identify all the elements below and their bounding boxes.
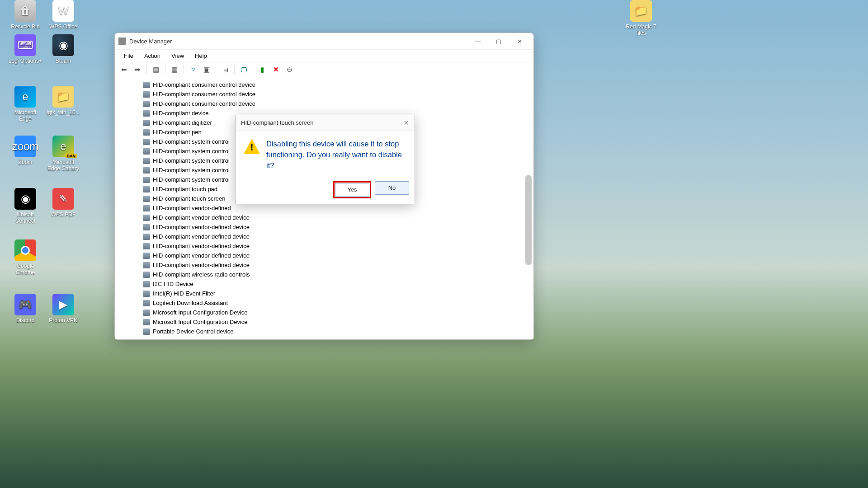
device-label: HID-compliant system control xyxy=(153,138,230,145)
disable-device-button[interactable]: ✕ xyxy=(269,64,282,75)
maximize-button[interactable]: ▢ xyxy=(488,34,509,48)
device-item[interactable]: HID-compliant vendor-defined device xyxy=(143,251,533,260)
device-item[interactable]: HID-compliant vendor-defined device xyxy=(143,222,533,232)
device-label: HID-compliant wireless radio controls xyxy=(153,271,250,278)
desktop-icon-igfx-folder[interactable]: 📁igfx_win_10... xyxy=(45,86,81,116)
device-icon xyxy=(143,120,150,126)
device-label: Microsoft Input Configuration Device xyxy=(153,309,248,316)
device-icon xyxy=(143,300,150,306)
toolbar-separator xyxy=(234,65,235,74)
device-item[interactable]: HID-compliant consumer control device xyxy=(143,99,533,108)
forward-button[interactable]: ➡ xyxy=(131,64,144,75)
logi-options-icon: ⌨ xyxy=(14,34,36,56)
desktop-icon-label: Microsoft Edge xyxy=(7,109,43,122)
yes-button-highlight: Yes xyxy=(333,181,371,198)
window-title: Device Manager xyxy=(129,38,172,45)
folder-icon: 📁 xyxy=(630,0,652,22)
desktop-icon-google-chrome[interactable]: Google Chrome xyxy=(7,239,43,276)
minimize-button[interactable]: ― xyxy=(467,34,488,48)
device-item[interactable]: Logitech Download Assistant xyxy=(143,298,533,308)
device-label: HID-compliant touch pad xyxy=(153,186,217,192)
device-label: HID-compliant digitizer xyxy=(153,119,212,126)
desktop-icon-red-magic-files[interactable]: 📁Red Magic 7 files xyxy=(623,0,659,36)
desktop-icon-edge-canary[interactable]: eMicrosoft Edge Canary xyxy=(45,136,81,172)
dialog-buttons: Yes No xyxy=(236,181,415,204)
device-label: HID-compliant vendor-defined device xyxy=(153,243,250,249)
uninstall-device-button[interactable]: ⊝ xyxy=(283,64,296,75)
device-icon xyxy=(143,139,150,145)
device-icon xyxy=(143,281,150,287)
device-label: Portable Device Control device xyxy=(153,328,233,335)
device-item[interactable]: Microsoft Input Configuration Device xyxy=(143,317,533,327)
device-item[interactable]: I2C HID Device xyxy=(143,279,533,289)
desktop-icon-label: Microsoft Edge Canary xyxy=(45,159,81,172)
device-icon xyxy=(143,110,150,117)
device-item[interactable]: HID-compliant consumer control device xyxy=(143,80,533,89)
dialog-titlebar[interactable]: HID-compliant touch screen ✕ xyxy=(236,115,415,131)
device-icon xyxy=(143,129,150,136)
desktop-icon-recycle-bin[interactable]: 🗑Recycle Bin xyxy=(7,0,43,30)
desktop-icon-wps-office[interactable]: WWPS Office xyxy=(45,0,81,30)
desktop-icon-steam[interactable]: ◉Steam xyxy=(45,34,81,64)
desktop-icon-logi-options[interactable]: ⌨Logi Options+ xyxy=(7,34,43,64)
device-label: HID-compliant vendor-defined device xyxy=(153,233,250,240)
ubisoft-icon: ◉ xyxy=(14,188,36,210)
scan-hardware-button[interactable]: 🖵 xyxy=(237,64,250,75)
device-item[interactable]: Intel(R) HID Event Filter xyxy=(143,289,533,298)
device-item[interactable]: Portable Device Control device xyxy=(143,327,533,336)
enable-device-button[interactable]: ▮ xyxy=(256,64,269,75)
desktop-icon-label: Recycle Bin xyxy=(7,23,43,30)
desktop-icon-discord[interactable]: 🎮Discord xyxy=(7,294,43,324)
device-item[interactable]: Microsoft Input Configuration Device xyxy=(143,308,533,317)
device-icon xyxy=(143,253,150,259)
wps-office-icon: W xyxy=(52,0,74,22)
device-item[interactable]: HID-compliant vendor-defined xyxy=(143,203,533,213)
close-button[interactable]: ✕ xyxy=(509,34,530,48)
desktop-icon-proton-vpn[interactable]: ▶Proton VPN xyxy=(45,294,81,324)
back-button[interactable]: ⬅ xyxy=(118,64,130,75)
desktop-icon-wps-pdf[interactable]: ✎WPS PDF xyxy=(45,188,81,218)
desktop-icon-label: Steam xyxy=(45,58,81,64)
menu-help[interactable]: Help xyxy=(189,51,212,61)
device-item[interactable]: HID-compliant wireless radio controls xyxy=(143,270,533,279)
properties-button[interactable]: ▦ xyxy=(168,64,181,75)
toolbar-separator xyxy=(146,65,147,74)
device-icon xyxy=(143,262,150,268)
help-button[interactable]: ? xyxy=(187,64,199,75)
device-label: Microsoft Input Configuration Device xyxy=(153,319,248,325)
desktop-icon-label: igfx_win_10... xyxy=(45,109,81,116)
device-label: HID-compliant system control xyxy=(153,157,230,164)
yes-button[interactable]: Yes xyxy=(335,183,369,197)
show-hide-tree-button[interactable]: ▤ xyxy=(150,64,162,75)
desktop-icon-label: Red Magic 7 files xyxy=(623,23,659,36)
desktop-icon-label: Discord xyxy=(7,317,43,324)
device-label: HID-compliant vendor-defined device xyxy=(153,224,250,230)
device-icon xyxy=(143,196,150,202)
device-item[interactable]: HID-compliant consumer control device xyxy=(143,89,533,99)
properties-sheet-button[interactable]: ▣ xyxy=(200,64,213,75)
device-item[interactable]: HID-compliant vendor-defined device xyxy=(143,260,533,270)
device-icon xyxy=(143,215,150,221)
no-button[interactable]: No xyxy=(375,181,409,195)
toolbar-separator xyxy=(253,65,253,74)
device-label: HID-compliant vendor-defined device xyxy=(153,262,250,268)
titlebar[interactable]: Device Manager ― ▢ ✕ xyxy=(115,33,533,49)
desktop-icon-label: WPS PDF xyxy=(45,211,81,218)
scrollbar-thumb[interactable] xyxy=(525,175,532,265)
menu-file[interactable]: File xyxy=(118,51,139,61)
device-icon xyxy=(143,319,150,325)
chrome-icon xyxy=(14,239,36,261)
disable-device-dialog: HID-compliant touch screen ✕ Disabling t… xyxy=(235,115,415,204)
zoom-icon: zoom xyxy=(14,136,36,157)
device-label: I2C HID Device xyxy=(153,281,193,287)
device-item[interactable]: HID-compliant vendor-defined device xyxy=(143,232,533,241)
device-item[interactable]: HID-compliant vendor-defined device xyxy=(143,213,533,222)
device-item[interactable]: HID-compliant vendor-defined device xyxy=(143,241,533,251)
desktop-icon-microsoft-edge[interactable]: eMicrosoft Edge xyxy=(7,86,43,122)
menu-view[interactable]: View xyxy=(166,51,189,61)
update-driver-button[interactable]: 🖥 xyxy=(219,64,231,75)
desktop-icon-zoom[interactable]: zoomZoom xyxy=(7,136,43,165)
desktop-icon-ubisoft-connect[interactable]: ◉Ubisoft Connect xyxy=(7,188,43,224)
menu-action[interactable]: Action xyxy=(139,51,166,61)
dialog-close-button[interactable]: ✕ xyxy=(404,119,409,127)
